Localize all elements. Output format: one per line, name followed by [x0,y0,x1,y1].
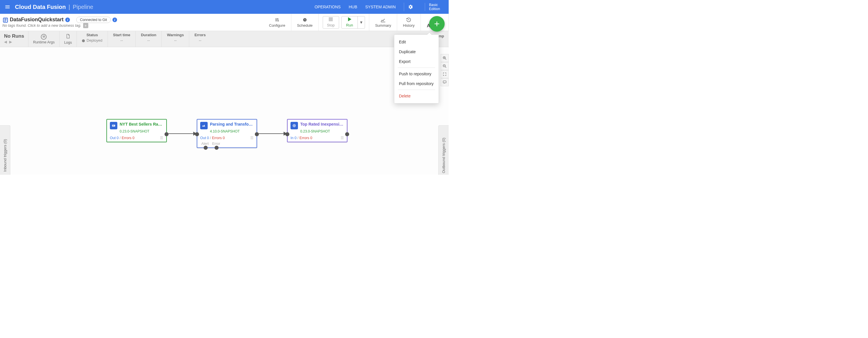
chart-icon [380,17,386,23]
svg-rect-8 [443,81,446,83]
play-icon [348,17,352,23]
run-button[interactable]: Run ▾ [341,16,365,29]
settings-icon[interactable] [404,3,417,11]
node-version: 4.10.0-SNAPSHOT [197,129,256,135]
history-button[interactable]: History [397,14,420,31]
alert-port[interactable] [204,146,208,150]
logs-icon [65,33,70,40]
svg-point-10 [293,124,296,127]
nav-sysadmin[interactable]: SYSTEM ADMIN [365,5,396,9]
comments-icon[interactable] [441,78,449,86]
errors-cell: Errors -- [189,31,211,47]
zoom-in-icon[interactable] [441,54,449,62]
dropdown-caret-icon [427,32,432,35]
stop-icon [329,17,333,23]
dropdown-duplicate[interactable]: Duplicate [394,47,439,57]
tags-hint[interactable]: No tags found. Click to add a new busine… [2,23,82,28]
zoom-out-icon[interactable] [441,62,449,70]
configure-button[interactable]: Configure [263,14,291,31]
svg-point-3 [278,21,279,21]
status-dot-icon [82,39,85,42]
logs-button[interactable]: Logs [59,31,76,47]
dropdown-delete[interactable]: Delete [394,91,439,101]
input-port[interactable] [195,132,199,136]
svg-point-11 [293,125,295,126]
dropdown-separator [398,90,435,90]
git-info-icon[interactable]: i [113,18,117,22]
next-run-icon[interactable]: ▶ [9,40,12,44]
node-title: Top Rated Inexpensi… [300,122,343,127]
output-port[interactable] [255,132,259,136]
svg-point-1 [277,19,278,19]
output-port[interactable] [164,132,168,136]
add-tag-button[interactable]: + [83,23,88,28]
node-transform[interactable]: Parsing and Transfo… 4.10.0-SNAPSHOT Out… [197,119,257,148]
run-caret[interactable]: ▾ [358,16,365,29]
inbound-triggers-handle[interactable]: Inbound triggers (0) [0,125,10,175]
git-status[interactable]: Connected to Git [76,17,111,23]
summary-button[interactable]: Summary [369,14,397,31]
node-alert-label: Alert [201,142,209,146]
brand-main: Cloud Data Fusion [15,4,66,10]
dropdown-pull[interactable]: Pull from repository [394,79,439,89]
node-version: 0.23.0-SNAPSHOT [107,129,166,135]
actions-dropdown: Edit Duplicate Export Push to repository… [394,34,439,103]
top-bar: Cloud Data Fusion | Pipeline OPERATIONS … [0,0,449,14]
add-pipeline-button[interactable] [429,16,445,32]
warnings-cell: Warnings -- [161,31,189,47]
node-menu-icon[interactable]: ☰ [160,136,163,140]
prev-run-icon[interactable]: ◀ [4,40,7,44]
sliders-icon [274,17,280,23]
svg-rect-9 [112,125,115,127]
edition-label: Basic Edition [425,3,440,11]
svg-rect-5 [329,17,333,21]
brand: Cloud Data Fusion | Pipeline [15,4,93,10]
node-version: 0.23.0-SNAPSHOT [288,129,347,135]
nav-operations[interactable]: OPERATIONS [315,5,341,9]
node-menu-icon[interactable]: ☰ [250,136,254,140]
node-sink[interactable]: Top Rated Inexpensi… 0.23.0-SNAPSHOT In … [287,119,347,142]
canvas[interactable]: Inbound triggers (0) Outbound triggers (… [0,47,449,175]
stop-button[interactable]: Stop [323,16,339,29]
run-selector[interactable]: No Runs [0,31,28,39]
source-node-icon [110,122,117,129]
svg-point-2 [276,20,277,21]
outbound-triggers-handle[interactable]: Outbound triggers (0) [438,125,449,175]
output-port[interactable] [345,132,349,136]
dropdown-push[interactable]: Push to repository [394,69,439,79]
starttime-cell: Start time -- [107,31,135,47]
schedule-button[interactable]: Schedule [291,14,318,31]
pipeline-name[interactable]: DataFusionQuickstart [10,17,64,23]
error-port[interactable] [215,146,219,150]
fit-icon[interactable] [441,70,449,78]
top-links: OPERATIONS HUB SYSTEM ADMIN Basic Editio… [315,3,440,11]
info-icon[interactable]: i [65,18,70,22]
pipeline-icon [2,17,8,23]
menu-icon[interactable] [3,2,12,11]
node-title: Parsing and Transfo… [210,122,253,127]
dropdown-export[interactable]: Export [394,57,439,66]
dropdown-edit[interactable]: Edit [394,37,439,47]
node-menu-icon[interactable]: ☰ [341,136,344,140]
connector [256,133,284,134]
pipeline-bar: DataFusionQuickstart i Connected to Git … [0,14,449,31]
duration-cell: Duration -- [135,31,161,47]
clock-icon [302,17,307,23]
status-cell: Status Deployed [76,31,107,47]
transform-node-icon [200,122,208,129]
canvas-tools [441,54,449,86]
status-strip: No Runs ◀ ▶ M Runtime Args Logs Status D… [0,31,449,47]
node-error-label: Error [212,142,220,146]
brand-sub: Pipeline [73,4,93,10]
sink-node-icon [290,122,298,129]
nav-hub[interactable]: HUB [348,5,357,9]
history-icon [406,17,411,23]
node-source[interactable]: NYT Best Sellers Ra… 0.23.0-SNAPSHOT Out… [106,119,167,142]
connector [166,133,194,134]
input-port[interactable] [285,132,289,136]
runtime-args-button[interactable]: M Runtime Args [28,31,59,47]
node-title: NYT Best Sellers Ra… [120,122,162,127]
runtime-args-icon: M [41,34,46,40]
